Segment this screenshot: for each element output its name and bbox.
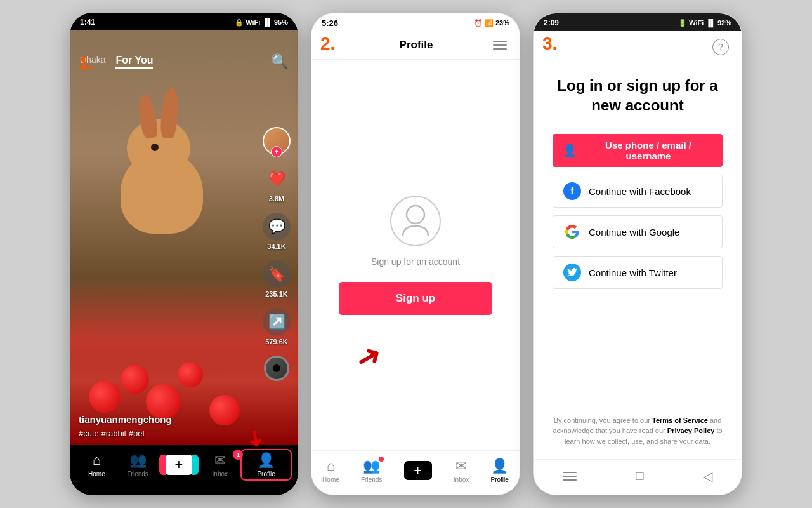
- phone2-friends-label: Friends: [361, 476, 382, 483]
- phone2-nav-home[interactable]: ⌂ Home: [322, 458, 339, 483]
- phone-1: 1:41 🔒 WiFi ▐▌ 95% 1. Dhaka For You 🔍: [70, 13, 298, 495]
- phone2-battery: 23%: [495, 19, 509, 27]
- phone1-nav-home-label: Home: [88, 471, 105, 478]
- phone3-nav-back-icon[interactable]: ◁: [703, 469, 712, 484]
- phone2-hamburger[interactable]: [493, 41, 507, 50]
- phone2-signup-button[interactable]: Sign up: [339, 282, 492, 315]
- phone1-like-btn[interactable]: ❤️ 3.8M: [263, 165, 291, 203]
- home-icon: ⌂: [93, 452, 101, 469]
- phone1-status-icons: 🔒 WiFi ▐▌ 95%: [235, 18, 288, 27]
- facebook-icon: f: [563, 182, 581, 200]
- phone3-battery: 92%: [717, 19, 731, 27]
- hamburger-line-3: [563, 479, 577, 481]
- phone2-nav-friends[interactable]: 👥 Friends: [361, 458, 382, 483]
- phone1-signal-icon: ▐▌: [262, 18, 272, 26]
- phone3-nav-hamburger[interactable]: [563, 472, 577, 481]
- phone1-nav-home[interactable]: ⌂ Home: [76, 452, 117, 478]
- phone2-plus-button[interactable]: +: [404, 461, 432, 480]
- phone2-title: Profile: [400, 39, 433, 51]
- bunny-eye: [151, 144, 159, 151]
- phone1-creator-avatar[interactable]: +: [263, 127, 291, 155]
- phone1-body: 1. Dhaka For You 🔍: [70, 30, 298, 495]
- phone1-username: tianyuanmengchong: [79, 414, 254, 425]
- phone3-google-label: Continue with Google: [589, 227, 679, 237]
- phone2-red-arrow: ➜: [349, 335, 389, 378]
- phone2-bottom-nav: ⌂ Home 👥 Friends + ✉ Inbox 👤: [311, 450, 520, 495]
- phone3-footer-text-1: By continuing, you agree to our: [554, 417, 652, 424]
- music-disc: [264, 356, 289, 381]
- friends-icon: 👥: [129, 452, 147, 469]
- phone2-inbox-icon: ✉: [455, 458, 467, 474]
- phone3-bottom-nav: □ ◁: [534, 459, 742, 495]
- phone1-nav-inbox[interactable]: ✉ 1 Inbox: [199, 452, 240, 478]
- phone3-facebook-button[interactable]: f Continue with Facebook: [553, 175, 723, 208]
- phone1-bookmark-btn[interactable]: 🔖 235.1K: [263, 260, 291, 298]
- phone2-profile-icon: 👤: [491, 458, 508, 474]
- phone3-status-bar: 2:09 🔋 WiFi ▐▌ 92%: [534, 13, 742, 31]
- phone3-body: 3. ? Log in or sign up for a new account…: [534, 31, 742, 495]
- google-icon: [563, 223, 581, 241]
- phone1-tags: #cute #rabbit #pet: [79, 429, 254, 438]
- bunny-ear-left: [136, 93, 159, 139]
- phone2-nav-inbox[interactable]: ✉ Inbox: [454, 458, 469, 483]
- phone3-status-icons: 🔋 WiFi ▐▌ 92%: [678, 19, 731, 27]
- inbox-icon: ✉: [214, 452, 226, 469]
- phone3-header: ?: [534, 31, 742, 63]
- phone1-tab-foryou[interactable]: For You: [115, 55, 153, 69]
- phone2-body: 2. Profile Sign up for an account: [311, 31, 520, 495]
- phone2-time: 5:26: [322, 18, 338, 28]
- phone1-bookmarks-count: 235.1K: [265, 290, 287, 298]
- disc-center: [273, 364, 280, 372]
- phone1-status-bar: 1:41 🔒 WiFi ▐▌ 95%: [70, 13, 298, 30]
- phone2-signup-text: Sign up for an account: [371, 257, 460, 267]
- phone3-facebook-label: Continue with Facebook: [589, 186, 691, 197]
- phone3-tos-link[interactable]: Terms of Service: [652, 417, 708, 424]
- phone1-comments-count: 34.1K: [267, 243, 285, 250]
- phone3-time: 2:09: [544, 18, 559, 27]
- twitter-icon: [563, 264, 581, 281]
- phone2-nav-plus[interactable]: +: [404, 461, 432, 480]
- phone1-nav-profile[interactable]: 👤 Profile: [240, 449, 292, 481]
- phone2-friends-icon: 👥: [363, 458, 380, 474]
- phone2-inbox-label: Inbox: [454, 476, 469, 483]
- main-container: 1:41 🔒 WiFi ▐▌ 95% 1. Dhaka For You 🔍: [0, 0, 812, 508]
- phone1-nav-inbox-label: Inbox: [213, 471, 228, 478]
- phone2-alarm-icon: ⏰: [474, 19, 483, 27]
- phone1-step-label: 1.: [79, 53, 93, 74]
- phone3-signal-icon: ▐▌: [705, 19, 716, 27]
- phone1-nav-profile-label: Profile: [257, 471, 275, 478]
- phone2-status-bar: 5:26 ⏰ 📶 23%: [311, 13, 520, 31]
- phone1-header: Dhaka For You 🔍: [70, 48, 298, 75]
- phone2-nav-profile[interactable]: 👤 Profile: [491, 458, 509, 483]
- phone1-wifi-icon: WiFi: [246, 18, 260, 26]
- phone3-twitter-button[interactable]: Continue with Twitter: [553, 256, 723, 289]
- bookmark-icon: 🔖: [263, 260, 291, 288]
- phone1-nav-friends[interactable]: 👥 Friends: [117, 452, 159, 478]
- phone1-share-btn[interactable]: ↗️ 579.6K: [263, 308, 291, 345]
- tomato-2: [121, 365, 149, 394]
- phone3-google-button[interactable]: Continue with Google: [553, 215, 723, 248]
- phone3-help-icon[interactable]: ?: [712, 39, 729, 55]
- heart-icon: ❤️: [263, 165, 291, 193]
- phone2-profile-label: Profile: [491, 476, 509, 483]
- phone3-privacy-link[interactable]: Privacy Policy: [667, 427, 715, 434]
- phone1-likes-count: 3.8M: [269, 195, 284, 203]
- phone1-lock-icon: 🔒: [235, 18, 244, 27]
- bunny-ear-right: [160, 87, 180, 139]
- phone1-nav-plus[interactable]: +: [159, 455, 200, 475]
- tomato-4: [178, 362, 203, 387]
- phone3-footer: By continuing, you agree to our Terms of…: [534, 409, 742, 460]
- phone3-phone-email-button[interactable]: 👤 Use phone / email / username: [553, 134, 723, 167]
- phone1-comment-btn[interactable]: 💬 34.1K: [263, 213, 291, 250]
- phone1-time: 1:41: [80, 18, 95, 27]
- plus-button[interactable]: +: [164, 455, 193, 475]
- phone1-search-icon[interactable]: 🔍: [271, 53, 288, 70]
- hamburger-line-3: [493, 48, 507, 50]
- follow-plus-badge: +: [271, 146, 282, 157]
- phone3-nav-square-icon[interactable]: □: [636, 469, 643, 483]
- hamburger-line-2: [563, 476, 577, 477]
- tomato-1: [89, 381, 121, 413]
- friends-notification-dot: [379, 457, 384, 462]
- phone1-video-info: tianyuanmengchong #cute #rabbit #pet: [79, 414, 254, 438]
- phone1-battery: 95%: [274, 18, 288, 26]
